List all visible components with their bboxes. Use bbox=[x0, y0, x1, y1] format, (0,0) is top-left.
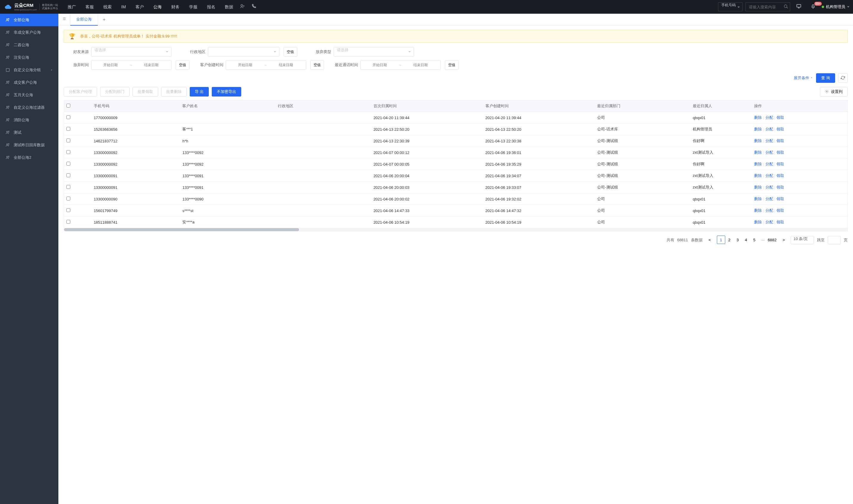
row-claim[interactable]: 领取 bbox=[777, 139, 784, 143]
batch-delete-button[interactable]: 批量删除 bbox=[161, 87, 187, 96]
search-icon[interactable] bbox=[784, 4, 788, 10]
row-assign[interactable]: 分配 bbox=[765, 173, 773, 178]
row-assign[interactable]: 分配 bbox=[765, 127, 773, 131]
sidebar-item-10[interactable]: 测试昨日回库数据 bbox=[0, 139, 58, 151]
row-checkbox[interactable] bbox=[67, 173, 70, 177]
page-5[interactable]: 5 bbox=[750, 236, 759, 244]
nav-IM[interactable]: IM bbox=[117, 0, 130, 14]
expand-filters-link[interactable]: 展开条件 bbox=[794, 75, 813, 81]
row-checkbox[interactable] bbox=[67, 220, 70, 224]
row-claim[interactable]: 领取 bbox=[777, 115, 784, 120]
page-3[interactable]: 3 bbox=[733, 236, 742, 244]
batch-claim-button[interactable]: 批量领取 bbox=[132, 87, 158, 96]
filter-region-empty[interactable]: 空值 bbox=[284, 47, 297, 57]
goto-input[interactable] bbox=[828, 236, 841, 244]
row-delete[interactable]: 删除 bbox=[754, 220, 762, 224]
page-1[interactable]: 1 bbox=[717, 236, 725, 244]
row-assign[interactable]: 分配 bbox=[765, 162, 773, 166]
row-delete[interactable]: 删除 bbox=[754, 208, 762, 213]
row-claim[interactable]: 领取 bbox=[777, 127, 784, 131]
row-delete[interactable]: 删除 bbox=[754, 150, 762, 155]
user-menu[interactable]: 机构管理员 bbox=[822, 4, 849, 10]
query-button[interactable]: 查 询 bbox=[816, 73, 835, 83]
row-delete[interactable]: 删除 bbox=[754, 127, 762, 131]
filter-region-select[interactable] bbox=[208, 47, 279, 57]
assign-manager-button[interactable]: 分配客户经理 bbox=[64, 87, 97, 96]
filter-abandon-time-range[interactable]: ~ bbox=[91, 60, 171, 70]
notification-bell[interactable]: 99+ bbox=[807, 4, 819, 10]
date-end-input[interactable] bbox=[132, 63, 170, 67]
filter-last-call-range[interactable]: ~ bbox=[360, 60, 441, 70]
sidebar-item-3[interactable]: 注安公海 bbox=[0, 51, 58, 64]
filter-last-call-empty[interactable]: 空值 bbox=[445, 60, 459, 70]
nav-客服[interactable]: 客服 bbox=[82, 0, 97, 14]
row-delete[interactable]: 删除 bbox=[754, 139, 762, 143]
nav-学服[interactable]: 学服 bbox=[185, 0, 201, 14]
row-checkbox[interactable] bbox=[67, 115, 70, 119]
tab-all-sea[interactable]: 全部公海 bbox=[70, 14, 98, 25]
monitor-icon[interactable] bbox=[793, 4, 804, 10]
filter-source-select[interactable]: 请选择 bbox=[91, 47, 171, 57]
filter-create-time-empty[interactable]: 空值 bbox=[310, 60, 324, 70]
date-start-input[interactable] bbox=[361, 63, 399, 67]
date-end-input[interactable] bbox=[267, 63, 305, 67]
nav-公海[interactable]: 公海 bbox=[150, 0, 165, 14]
phone-icon[interactable] bbox=[248, 4, 259, 10]
nav-数据[interactable]: 数据 bbox=[221, 0, 237, 14]
horizontal-scrollbar[interactable] bbox=[64, 228, 847, 231]
filter-create-time-range[interactable]: ~ bbox=[226, 60, 306, 70]
row-assign[interactable]: 分配 bbox=[765, 139, 773, 143]
sidebar-item-0[interactable]: 全部公海 bbox=[0, 14, 58, 26]
page-last[interactable]: 6882 bbox=[768, 236, 777, 244]
nav-客户[interactable]: 客户 bbox=[132, 0, 147, 14]
row-delete[interactable]: 删除 bbox=[754, 115, 762, 120]
row-assign[interactable]: 分配 bbox=[765, 185, 773, 190]
sidebar-item-5[interactable]: 成交客户公海 bbox=[0, 76, 58, 89]
row-checkbox[interactable] bbox=[67, 127, 70, 131]
add-user-icon[interactable] bbox=[237, 4, 248, 10]
date-start-input[interactable] bbox=[91, 63, 130, 67]
nav-报名[interactable]: 报名 bbox=[203, 0, 219, 14]
row-assign[interactable]: 分配 bbox=[765, 220, 773, 224]
sidebar-item-9[interactable]: 测试 bbox=[0, 126, 58, 139]
page-4[interactable]: 4 bbox=[742, 236, 750, 244]
sidebar-item-6[interactable]: 五月天公海 bbox=[0, 89, 58, 101]
sidebar-item-7[interactable]: 自定义公海过滤器 bbox=[0, 101, 58, 114]
page-next[interactable]: > bbox=[779, 236, 788, 244]
row-claim[interactable]: 领取 bbox=[777, 162, 784, 166]
export-button[interactable]: 导 出 bbox=[190, 87, 209, 96]
row-checkbox[interactable] bbox=[67, 185, 70, 189]
nav-财务[interactable]: 财务 bbox=[168, 0, 183, 14]
set-columns-button[interactable]: 设置列 bbox=[820, 87, 848, 96]
export-plain-button[interactable]: 不加密导出 bbox=[212, 87, 241, 96]
sidebar-item-1[interactable]: 非成交客户公海 bbox=[0, 26, 58, 39]
sidebar-item-4[interactable]: 自定义公海分组 bbox=[0, 64, 58, 76]
row-delete[interactable]: 删除 bbox=[754, 162, 762, 166]
row-claim[interactable]: 领取 bbox=[777, 208, 784, 213]
select-all-checkbox[interactable] bbox=[67, 104, 70, 108]
row-assign[interactable]: 分配 bbox=[765, 150, 773, 155]
sidebar-item-11[interactable]: 全部公海2 bbox=[0, 151, 58, 164]
filter-abandon-type-select[interactable]: 请选择 bbox=[333, 47, 414, 57]
page-prev[interactable]: < bbox=[706, 236, 714, 244]
row-checkbox[interactable] bbox=[67, 162, 70, 166]
search-type-select[interactable]: 手机号码 bbox=[718, 2, 743, 11]
row-checkbox[interactable] bbox=[67, 139, 70, 142]
row-claim[interactable]: 领取 bbox=[777, 173, 784, 178]
row-delete[interactable]: 删除 bbox=[754, 185, 762, 190]
sidebar-item-2[interactable]: 二咨公海 bbox=[0, 39, 58, 51]
tab-add-button[interactable]: + bbox=[98, 17, 110, 22]
row-delete[interactable]: 删除 bbox=[754, 173, 762, 178]
refresh-button[interactable] bbox=[838, 73, 848, 83]
sidebar-item-8[interactable]: 消防公海 bbox=[0, 114, 58, 126]
page-2[interactable]: 2 bbox=[725, 236, 733, 244]
row-claim[interactable]: 领取 bbox=[777, 220, 784, 224]
row-checkbox[interactable] bbox=[67, 197, 70, 200]
assign-dept-button[interactable]: 分配到部门 bbox=[100, 87, 130, 96]
date-start-input[interactable] bbox=[226, 63, 265, 67]
page-size-select[interactable]: 10 条/页 bbox=[791, 236, 814, 244]
nav-推广[interactable]: 推广 bbox=[64, 0, 79, 14]
date-end-input[interactable] bbox=[401, 63, 440, 67]
row-claim[interactable]: 领取 bbox=[777, 197, 784, 201]
filter-abandon-time-empty[interactable]: 空值 bbox=[176, 60, 189, 70]
